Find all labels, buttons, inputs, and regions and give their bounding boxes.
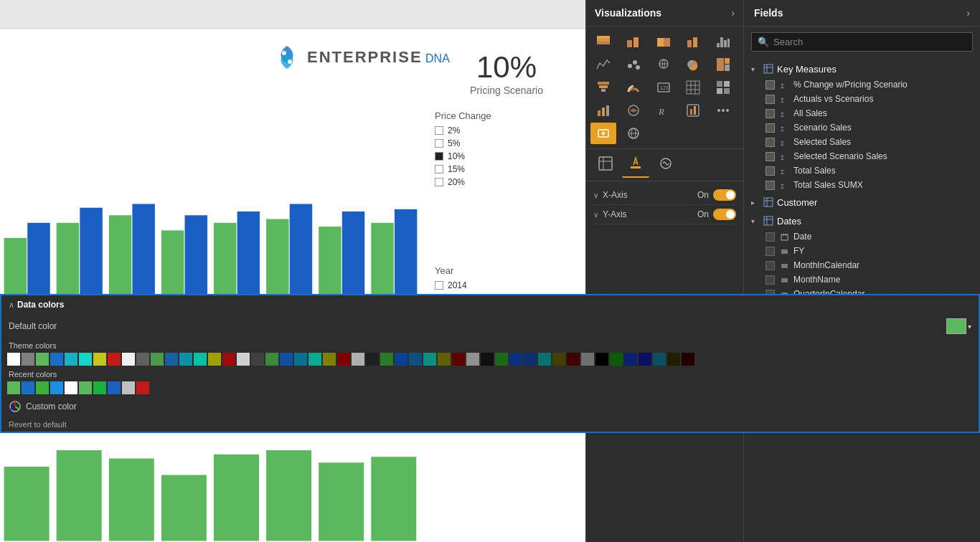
theme-color-39[interactable]: [567, 353, 580, 366]
field-checkbox[interactable]: [765, 138, 775, 147]
theme-color-45[interactable]: [653, 353, 666, 366]
search-input[interactable]: [773, 37, 966, 47]
theme-color-41[interactable]: [595, 353, 608, 366]
viz-icon-line[interactable]: [710, 31, 736, 52]
theme-color-32[interactable]: [466, 353, 479, 366]
theme-color-9[interactable]: [136, 353, 149, 366]
legend-checkbox-10pct[interactable]: [435, 152, 443, 161]
viz-icon-custom-visual[interactable]: [680, 100, 706, 121]
theme-color-1[interactable]: [22, 353, 34, 366]
legend-item-2pct[interactable]: 2%: [435, 125, 578, 136]
viz-icon-treemap[interactable]: [710, 54, 736, 75]
theme-color-40[interactable]: [581, 353, 594, 366]
theme-color-38[interactable]: [552, 353, 565, 366]
field-item-fy[interactable]: FY: [744, 244, 980, 258]
viz-icon-r-visual[interactable]: R: [651, 100, 677, 121]
legend-checkbox-2pct[interactable]: [435, 126, 443, 135]
x-axis-toggle[interactable]: [713, 189, 736, 201]
y-axis-toggle[interactable]: [713, 209, 736, 220]
viz-icon-funnel[interactable]: [590, 77, 616, 98]
legend-checkbox-15pct[interactable]: [435, 165, 443, 173]
field-item-total-sales[interactable]: ΣTotal Sales: [744, 163, 980, 178]
tab-analytics[interactable]: [652, 153, 679, 177]
recent-color-2[interactable]: [36, 381, 49, 394]
theme-color-34[interactable]: [495, 353, 508, 366]
viz-icon-100pct-bar[interactable]: [651, 31, 677, 52]
viz-icon-more[interactable]: [710, 100, 736, 121]
legend-item-5pct[interactable]: 5%: [435, 138, 578, 148]
theme-color-5[interactable]: [79, 353, 92, 366]
field-checkbox[interactable]: [765, 80, 775, 90]
viz-icon-clustered-col[interactable]: [680, 31, 706, 52]
x-axis-row[interactable]: ∨ X-Axis On: [593, 186, 736, 205]
theme-color-14[interactable]: [208, 353, 221, 366]
theme-color-31[interactable]: [452, 353, 465, 366]
theme-color-10[interactable]: [151, 353, 164, 366]
recent-color-6[interactable]: [93, 381, 106, 394]
viz-icon-scatter[interactable]: [621, 54, 646, 75]
viz-icon-matrix[interactable]: [710, 77, 736, 98]
field-item-total-sales-sumx[interactable]: ΣTotal Sales SUMX: [744, 178, 980, 192]
recent-color-0[interactable]: [7, 381, 20, 394]
viz-icon-waterfall[interactable]: [590, 100, 616, 121]
viz-icon-stacked-bar[interactable]: [590, 31, 616, 52]
theme-color-12[interactable]: [179, 353, 192, 366]
field-item-%-change-w/pricing-scenario[interactable]: Σ% Change w/Pricing Scenario: [744, 77, 980, 92]
recent-color-8[interactable]: [122, 381, 135, 394]
theme-color-2[interactable]: [36, 353, 49, 366]
viz-icon-gauge[interactable]: [621, 77, 646, 98]
viz-icon-shape-map[interactable]: [621, 100, 646, 121]
revert-to-default[interactable]: Revert to default: [1, 417, 979, 432]
theme-color-11[interactable]: [165, 353, 178, 366]
field-item-date[interactable]: Date: [744, 229, 980, 244]
field-item-monthincalendar[interactable]: MonthInCalendar: [744, 258, 980, 272]
viz-icon-area[interactable]: [590, 54, 616, 75]
field-group-header-dates[interactable]: ▾ Dates: [744, 212, 980, 229]
legend-checkbox-20pct[interactable]: [435, 178, 443, 186]
theme-color-27[interactable]: [395, 353, 407, 366]
field-item-selected-sales[interactable]: ΣSelected Sales: [744, 135, 980, 149]
theme-color-3[interactable]: [50, 353, 63, 366]
viz-icon-card[interactable]: 123: [651, 77, 677, 98]
field-checkbox[interactable]: [765, 261, 775, 270]
field-checkbox[interactable]: [765, 166, 775, 176]
theme-color-16[interactable]: [237, 353, 250, 366]
field-item-selected-scenario-sales[interactable]: ΣSelected Scenario Sales: [744, 149, 980, 163]
default-color-swatch[interactable]: [946, 318, 966, 334]
theme-color-36[interactable]: [524, 353, 537, 366]
theme-color-7[interactable]: [108, 353, 121, 366]
viz-icon-clustered-bar[interactable]: [621, 31, 646, 52]
theme-color-44[interactable]: [639, 353, 651, 366]
theme-color-6[interactable]: [93, 353, 106, 366]
field-item-all-sales[interactable]: ΣAll Sales: [744, 106, 980, 120]
viz-icon-globe[interactable]: [621, 123, 646, 144]
custom-color-row[interactable]: Custom color: [1, 396, 979, 417]
field-checkbox[interactable]: [765, 232, 775, 242]
theme-color-20[interactable]: [294, 353, 307, 366]
theme-color-17[interactable]: [251, 353, 264, 366]
viz-icon-kpi[interactable]: [590, 123, 616, 144]
recent-color-1[interactable]: [22, 381, 34, 394]
viz-icon-map[interactable]: [651, 54, 677, 75]
theme-color-28[interactable]: [409, 353, 422, 366]
theme-color-42[interactable]: [610, 353, 623, 366]
field-group-header-customer[interactable]: ▸ Customer: [744, 194, 980, 211]
theme-color-30[interactable]: [438, 353, 451, 366]
legend-item-10pct[interactable]: 10%: [435, 151, 578, 161]
field-checkbox[interactable]: [765, 123, 775, 133]
theme-color-19[interactable]: [280, 353, 293, 366]
recent-color-3[interactable]: [50, 381, 63, 394]
viz-icon-table-viz[interactable]: [680, 77, 706, 98]
legend-checkbox-5pct[interactable]: [435, 139, 443, 148]
theme-color-13[interactable]: [194, 353, 207, 366]
theme-color-0[interactable]: [7, 353, 20, 366]
recent-color-7[interactable]: [108, 381, 121, 394]
theme-color-23[interactable]: [337, 353, 350, 366]
viz-icon-pie[interactable]: [680, 54, 706, 75]
theme-color-43[interactable]: [624, 353, 637, 366]
theme-color-33[interactable]: [481, 353, 494, 366]
data-colors-header[interactable]: ∧ Data colors: [1, 295, 979, 314]
theme-color-26[interactable]: [380, 353, 393, 366]
field-checkbox[interactable]: [765, 109, 775, 118]
recent-color-9[interactable]: [136, 381, 149, 394]
